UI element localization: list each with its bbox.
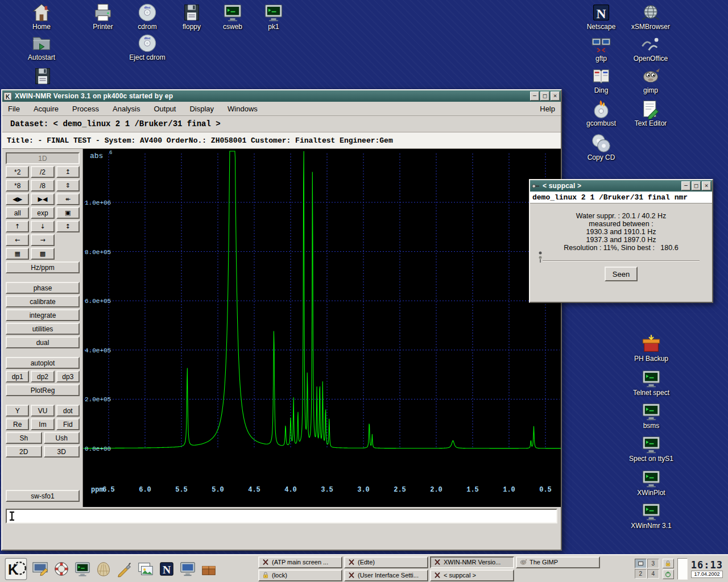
button-plotreg[interactable]: PlotReg xyxy=(6,384,80,396)
button-exp[interactable]: exp xyxy=(31,207,54,219)
grid-dense-icon[interactable]: ▩ xyxy=(31,248,54,260)
button-dp2[interactable]: dp2 xyxy=(31,371,54,383)
button-dp3[interactable]: dp3 xyxy=(56,371,80,383)
button-sw-sfo1[interactable]: sw-sfo1 xyxy=(6,490,80,502)
button-utilities[interactable]: utilities xyxy=(6,323,80,335)
terminal-button[interactable] xyxy=(73,558,92,580)
clock[interactable]: 16:13 17.04.2002 xyxy=(691,560,725,578)
button-im[interactable]: Im xyxy=(31,418,54,430)
menu-help[interactable]: Help xyxy=(540,105,555,113)
image-viewer-button[interactable] xyxy=(136,558,155,580)
grid-icon[interactable]: ▦ xyxy=(6,248,29,260)
pager-desktop-1[interactable] xyxy=(635,559,647,568)
package-manager-button[interactable] xyxy=(199,558,218,580)
button-mul2[interactable]: *2 xyxy=(6,166,29,178)
shift-right-icon[interactable]: → xyxy=(31,234,54,246)
scroll-left-end-icon[interactable]: ↞ xyxy=(56,193,80,205)
dialog-maximize-button[interactable]: □ xyxy=(692,181,701,190)
desktop-icon-spect-on-ttys1[interactable]: Spect on ttyS1 xyxy=(627,434,675,463)
button-mul8[interactable]: *8 xyxy=(6,180,29,192)
expand-horizontal-icon[interactable]: ◀▶ xyxy=(6,193,29,205)
shrink-horizontal-icon[interactable]: ▶◀ xyxy=(31,193,54,205)
button-integrate[interactable]: integrate xyxy=(6,309,80,321)
logout-button[interactable] xyxy=(663,569,674,579)
menu-output[interactable]: Output xyxy=(154,105,176,113)
show-desktop-button[interactable] xyxy=(31,558,49,580)
desktop-icon-netscape[interactable]: NNetscape xyxy=(577,2,625,31)
pager-desktop-4[interactable]: 4 xyxy=(647,569,659,579)
desktop-icon-telnet-spect[interactable]: Telnet spect xyxy=(627,368,675,397)
menu-analysis[interactable]: Analysis xyxy=(113,105,140,113)
fit-vertical-icon[interactable]: ⇕ xyxy=(56,180,80,192)
button-y[interactable]: Y xyxy=(6,405,29,417)
close-button[interactable]: × xyxy=(551,92,560,101)
seen-button[interactable]: Seen xyxy=(605,267,638,281)
spectrum-plot[interactable]: abs61.0e+068.0e+056.0e+054.0e+052.0e+050… xyxy=(83,149,561,507)
desktop-icon-ph-backup[interactable]: PH Backup xyxy=(627,334,675,363)
pin-icon[interactable] xyxy=(531,182,540,190)
task-button[interactable]: (lock) xyxy=(258,569,342,581)
desktop-icon-autostart[interactable]: Autostart xyxy=(18,33,65,61)
button-fid[interactable]: Fid xyxy=(56,418,80,430)
task-button[interactable]: The GIMP xyxy=(516,556,600,568)
menu-file[interactable]: File xyxy=(8,105,20,113)
menu-process[interactable]: Process xyxy=(72,105,99,113)
shift-up-icon[interactable]: ↑ xyxy=(6,221,29,232)
button-dot[interactable]: dot xyxy=(56,405,80,417)
desktop-icon-pk1[interactable]: pk1 xyxy=(250,2,297,31)
button-dual[interactable]: dual xyxy=(6,336,80,348)
konsole-shell-button[interactable] xyxy=(94,558,113,580)
task-button[interactable]: XWIN-NMR Versio... xyxy=(430,556,514,568)
desktop-icon-copy-cd[interactable]: Copy CD xyxy=(577,133,625,161)
button-ush[interactable]: Ush xyxy=(44,432,80,444)
task-button[interactable]: < suppcal > xyxy=(430,569,514,581)
button-calibrate[interactable]: calibrate xyxy=(6,296,80,307)
desktop-icon-cdrom[interactable]: disccdrom xyxy=(123,2,171,31)
desktop-icon-gimp[interactable]: gimp xyxy=(627,66,675,94)
button-dp1[interactable]: dp1 xyxy=(6,371,29,383)
dialog-close-button[interactable]: × xyxy=(702,181,711,190)
desktop-icon-xwinnmr-31[interactable]: XWinNmr 3.1 xyxy=(627,501,675,530)
desktop-icon-gcombust[interactable]: gcombust xyxy=(577,99,625,127)
desktop-icon-ding[interactable]: Ding xyxy=(577,66,625,94)
zoom-region-icon[interactable]: ▣ xyxy=(56,207,80,219)
desktop-icon-eject-cdrom[interactable]: discEject cdrom xyxy=(123,33,171,61)
minimize-button[interactable]: − xyxy=(530,92,539,101)
menu-acquire[interactable]: Acquire xyxy=(34,105,59,113)
desktop-icon-xsmbrowser[interactable]: xSMBrowser xyxy=(627,2,675,31)
menu-display[interactable]: Display xyxy=(189,105,214,113)
panel-applet[interactable] xyxy=(677,558,688,580)
pen-tool-button[interactable] xyxy=(115,558,134,580)
button-all[interactable]: all xyxy=(6,207,29,219)
task-button[interactable]: (User Interface Setti... xyxy=(344,569,428,581)
shift-vertical-icon[interactable]: ↕ xyxy=(56,221,80,232)
button-2d[interactable]: 2D xyxy=(6,446,42,458)
button-div2[interactable]: /2 xyxy=(31,166,54,178)
desktop-icon-printer[interactable]: Printer xyxy=(79,2,127,31)
pager-desktop-3[interactable]: 3 xyxy=(647,559,659,568)
desktop-icon-xwinplot[interactable]: XWinPlot xyxy=(627,468,675,497)
window-titlebar[interactable]: K XWIN-NMR Version 3.1 on pk400c started… xyxy=(2,90,561,102)
button-hz-ppm[interactable]: Hz/ppm xyxy=(6,261,80,273)
button-phase[interactable]: phase xyxy=(6,282,80,294)
button-autoplot[interactable]: autoplot xyxy=(6,357,80,369)
pager-desktop-2[interactable]: 2 xyxy=(635,569,647,579)
netscape-button[interactable]: N xyxy=(157,558,176,580)
k-menu-button[interactable]: K xyxy=(3,556,28,581)
button-3d[interactable]: 3D xyxy=(44,446,80,458)
dialog-titlebar[interactable]: < suppcal > − □ × xyxy=(530,180,712,192)
desktop-icon-gftp[interactable]: gftp xyxy=(577,34,625,63)
desktop-icon-home[interactable]: Home xyxy=(18,2,65,31)
desktop-icon-floppy-eject[interactable] xyxy=(19,66,67,86)
button-1d[interactable]: 1D xyxy=(6,152,80,164)
desktop-icon-text-editor[interactable]: Text Editor xyxy=(627,99,675,127)
task-button[interactable]: (ATP main screen ... xyxy=(258,556,342,568)
task-button[interactable]: (Edte) xyxy=(344,556,428,568)
button-sh[interactable]: Sh xyxy=(6,432,42,444)
lock-screen-button[interactable] xyxy=(663,559,674,568)
konqueror-button[interactable] xyxy=(52,558,71,580)
shift-down-icon[interactable]: ↓ xyxy=(31,221,54,232)
button-re[interactable]: Re xyxy=(6,418,29,430)
desktop-icon-bsms[interactable]: bsms xyxy=(627,401,675,430)
scale-to-max-icon[interactable]: ↥ xyxy=(56,166,80,178)
